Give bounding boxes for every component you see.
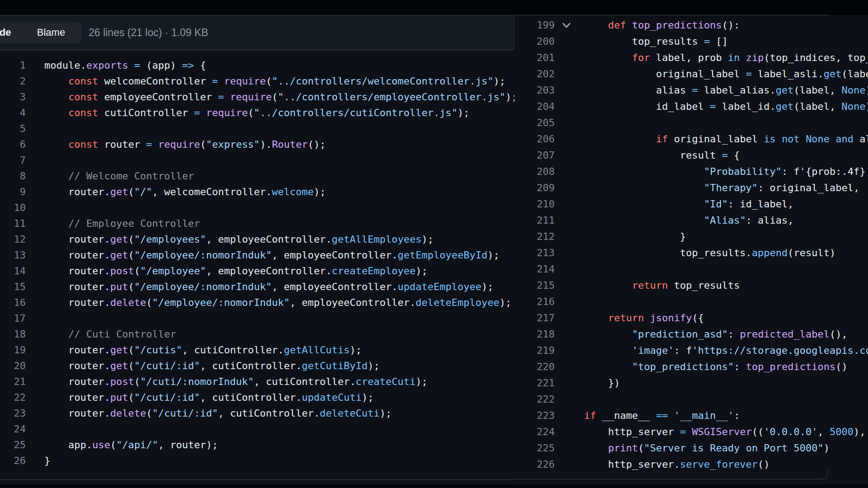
line-number[interactable]: 21: [0, 376, 26, 387]
line-number[interactable]: 225: [514, 442, 555, 454]
line-number[interactable]: 210: [514, 198, 555, 210]
line-number[interactable]: 200: [514, 36, 555, 47]
code-token: );: [500, 297, 512, 308]
code-line: 206 if original_label is not None and al: [514, 131, 868, 147]
code-token: predicted_label: [740, 328, 830, 340]
line-number[interactable]: 212: [514, 231, 555, 242]
line-number[interactable]: 24: [0, 423, 26, 435]
line-number[interactable]: 199: [514, 19, 555, 31]
line-number[interactable]: 205: [514, 117, 555, 128]
code-token: [740, 52, 745, 63]
line-number[interactable]: 216: [514, 296, 555, 307]
code-token: (: [266, 75, 272, 87]
line-number[interactable]: 201: [514, 52, 555, 63]
line-number[interactable]: 221: [514, 377, 555, 389]
line-number[interactable]: 206: [514, 133, 555, 145]
code-token: deleteEmployee: [415, 297, 499, 308]
chevron-slot: [555, 82, 584, 98]
line-number[interactable]: 226: [514, 459, 555, 470]
line-number[interactable]: 203: [514, 84, 555, 96]
line-number[interactable]: 223: [514, 410, 555, 421]
code-token: [584, 198, 704, 210]
line-number[interactable]: 13: [0, 249, 26, 261]
fold-chevron-down-icon[interactable]: [555, 17, 584, 33]
code-text: router.get("/cuti/:id", cutiController.g…: [44, 360, 380, 371]
code-token: label, prob: [650, 52, 728, 63]
line-number[interactable]: 8: [0, 170, 26, 182]
line-number[interactable]: 3: [0, 91, 26, 103]
code-line: 215 return top_results: [514, 277, 868, 293]
line-number[interactable]: 22: [0, 392, 26, 403]
code-token: {prob:.4f}: [806, 166, 865, 177]
code-token: : f: [674, 345, 692, 356]
code-token: =: [704, 36, 710, 47]
tab-blame[interactable]: Blame: [21, 22, 81, 43]
line-number[interactable]: 209: [514, 182, 555, 193]
line-number[interactable]: 18: [0, 328, 26, 340]
code-token: );: [505, 91, 514, 103]
code-token: "prediction_asd": [632, 328, 728, 340]
line-number[interactable]: 9: [0, 186, 26, 197]
line-number[interactable]: 11: [0, 218, 26, 229]
line-number[interactable]: 19: [0, 344, 26, 356]
chevron-slot: [555, 228, 584, 244]
code-token: router.: [44, 297, 110, 308]
line-number[interactable]: 16: [0, 297, 26, 308]
code-token: require: [230, 91, 272, 103]
line-number[interactable]: 214: [514, 263, 555, 275]
line-number[interactable]: 7: [0, 155, 26, 166]
line-number[interactable]: 2: [0, 75, 26, 87]
code-token: );: [458, 107, 470, 118]
code-token: "/cutis": [134, 344, 182, 356]
line-number[interactable]: 14: [0, 265, 26, 277]
line-number[interactable]: 10: [0, 202, 26, 213]
code-token: (: [128, 360, 134, 371]
code-token: "/cuti/:id": [134, 392, 200, 403]
line-number[interactable]: 220: [514, 361, 555, 372]
file-toolbar: Code Blame 26 lines (21 loc) · 1.09 KB: [0, 15, 514, 50]
line-number[interactable]: 222: [514, 394, 555, 405]
code-token: [644, 312, 650, 324]
line-number[interactable]: 6: [0, 139, 26, 150]
code-text: }: [44, 455, 50, 466]
line-number[interactable]: 1: [0, 60, 26, 71]
code-token: );: [314, 186, 326, 197]
line-number[interactable]: 15: [0, 281, 26, 292]
line-number[interactable]: 12: [0, 234, 26, 245]
line-number[interactable]: 4: [0, 107, 26, 118]
code-token: : id_label,: [728, 198, 794, 210]
code-text: const welcomeController = require("../co…: [44, 75, 505, 87]
code-token: (result): [788, 247, 835, 258]
line-number[interactable]: 224: [514, 426, 555, 437]
code-token: );: [415, 376, 428, 387]
line-number[interactable]: 202: [514, 68, 555, 80]
code-token: [200, 107, 206, 118]
code-token: router.: [44, 376, 110, 387]
line-number[interactable]: 17: [0, 313, 26, 324]
line-number[interactable]: 23: [0, 408, 26, 419]
line-number[interactable]: 218: [514, 328, 555, 340]
line-number[interactable]: 26: [0, 455, 26, 466]
code-token: [44, 107, 68, 118]
line-number[interactable]: 213: [514, 247, 555, 258]
code-token: get: [110, 360, 128, 371]
code-text: }: [584, 231, 686, 242]
line-number[interactable]: 211: [514, 215, 555, 226]
line-number[interactable]: 219: [514, 345, 555, 356]
line-number[interactable]: 207: [514, 150, 555, 161]
line-number[interactable]: 20: [0, 360, 26, 371]
line-number[interactable]: 217: [514, 312, 555, 324]
code-token: return: [632, 280, 668, 291]
left-pane-bottom-border: [0, 479, 514, 480]
line-number[interactable]: 204: [514, 101, 555, 112]
code-line: 210 "Id": id_label,: [514, 196, 868, 212]
code-token: }): [584, 377, 620, 389]
code-token: (: [128, 234, 134, 245]
tab-code[interactable]: Code: [0, 22, 21, 43]
line-number[interactable]: 5: [0, 123, 26, 134]
code-text: if __name__ == '__main__':: [584, 410, 740, 421]
line-number[interactable]: 25: [0, 439, 26, 450]
line-number[interactable]: 215: [514, 280, 555, 291]
code-text: top_results = []: [584, 36, 728, 47]
line-number[interactable]: 208: [514, 166, 555, 177]
